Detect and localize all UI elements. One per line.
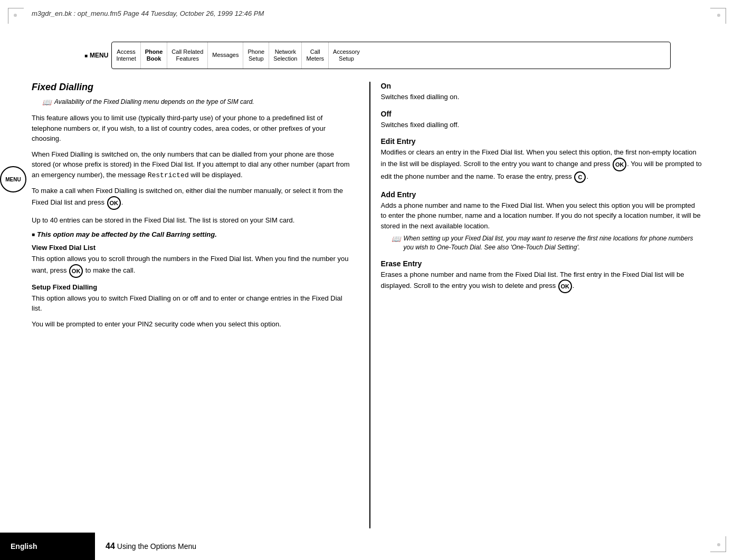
item-add-entry-title: Add Entry bbox=[381, 190, 703, 199]
body-text-2: When Fixed Dialling is switched on, the … bbox=[32, 149, 354, 181]
sub2-title: Setup Fixed Dialling bbox=[32, 283, 354, 291]
content-area: MENU Fixed Dialling 📖 Availability of th… bbox=[32, 82, 702, 528]
page-number: 44 bbox=[106, 542, 115, 551]
nav-item-messages[interactable]: Messages bbox=[208, 42, 243, 69]
nav-item-phone-book[interactable]: PhoneBook bbox=[141, 42, 168, 69]
note-book-icon: 📖 bbox=[42, 98, 51, 107]
nav-item-call-related-features[interactable]: Call RelatedFeatures bbox=[167, 42, 208, 69]
ok-button-erase: OK bbox=[558, 279, 572, 293]
note-text-add: When setting up your Fixed Dial list, yo… bbox=[404, 234, 703, 252]
nav-bar: MENU AccessInternet PhoneBook Call Relat… bbox=[84, 40, 671, 71]
section-title: Fixed Dialling bbox=[32, 82, 354, 93]
corner-dot-tl bbox=[14, 14, 17, 17]
nav-item-call-meters[interactable]: CallMeters bbox=[302, 42, 329, 69]
footer-language: English bbox=[0, 533, 95, 560]
restricted-code: Restricted bbox=[148, 171, 189, 179]
item-off-title: Off bbox=[381, 110, 703, 118]
body-text-3: To make a call when Fixed Dialling is sw… bbox=[32, 186, 354, 210]
nav-item-phone-setup[interactable]: PhoneSetup bbox=[243, 42, 269, 69]
footer: English 44 Using the Options Menu bbox=[0, 533, 734, 560]
warning-text: This option may be affected by the Call … bbox=[37, 230, 217, 238]
item-on-body: Switches fixed dialling on. bbox=[381, 92, 703, 102]
menu-label-text: MENU bbox=[90, 52, 108, 59]
ok-button-inline-2: OK bbox=[69, 264, 83, 278]
footer-page-info: 44 Using the Options Menu bbox=[106, 542, 196, 551]
sub1-body: This option allows you to scroll through… bbox=[32, 254, 354, 278]
right-column: On Switches fixed dialling on. Off Switc… bbox=[369, 82, 703, 528]
page-text: Using the Options Menu bbox=[117, 542, 196, 551]
sub1-title: View Fixed Dial List bbox=[32, 244, 354, 252]
ok-button-edit: OK bbox=[613, 158, 626, 171]
language-label: English bbox=[11, 542, 37, 551]
item-erase-entry-title: Erase Entry bbox=[381, 259, 703, 268]
availability-note: 📖 Availability of the Fixed Dialling men… bbox=[32, 98, 354, 107]
warning-note: This option may be affected by the Call … bbox=[32, 230, 354, 238]
header-text: m3gdr_en.bk : opt_menu.fm5 Page 44 Tuesd… bbox=[32, 9, 264, 17]
item-add-entry-note: 📖 When setting up your Fixed Dial list, … bbox=[381, 234, 703, 252]
item-add-entry-body: Adds a phone number and name to the Fixe… bbox=[381, 200, 703, 231]
nav-items-container: AccessInternet PhoneBook Call RelatedFea… bbox=[111, 42, 671, 69]
item-edit-entry-title: Edit Entry bbox=[381, 137, 703, 146]
item-off-body: Switches fixed dialling off. bbox=[381, 120, 703, 130]
nav-item-accessory-setup[interactable]: AccessorySetup bbox=[329, 42, 364, 69]
item-on-title: On bbox=[381, 82, 703, 90]
sub2-body2: You will be prompted to enter your PIN2 … bbox=[32, 319, 354, 330]
body-text-4: Up to 40 entries can be stored in the Fi… bbox=[32, 215, 354, 226]
sub2-body1: This option allows you to switch Fixed D… bbox=[32, 293, 354, 314]
body-text-1: This feature allows you to limit use (ty… bbox=[32, 113, 354, 144]
nav-item-network-selection[interactable]: NetworkSelection bbox=[269, 42, 302, 69]
menu-circle-icon: MENU bbox=[0, 166, 26, 192]
corner-dot-tr bbox=[717, 14, 720, 17]
note-icon-add: 📖 bbox=[392, 234, 401, 245]
note-text: Availability of the Fixed Dialling menu … bbox=[54, 98, 254, 105]
ok-button-inline-1: OK bbox=[107, 196, 121, 210]
c-button-erase: C bbox=[574, 171, 586, 183]
item-erase-entry-body: Erases a phone number and name from the … bbox=[381, 269, 703, 294]
item-edit-entry-body: Modifies or clears an entry in the Fixed… bbox=[381, 147, 703, 183]
left-column: MENU Fixed Dialling 📖 Availability of th… bbox=[32, 82, 354, 528]
nav-item-access-internet[interactable]: AccessInternet bbox=[112, 42, 140, 69]
menu-label: MENU bbox=[84, 52, 108, 59]
page-header: m3gdr_en.bk : opt_menu.fm5 Page 44 Tuesd… bbox=[32, 9, 702, 17]
